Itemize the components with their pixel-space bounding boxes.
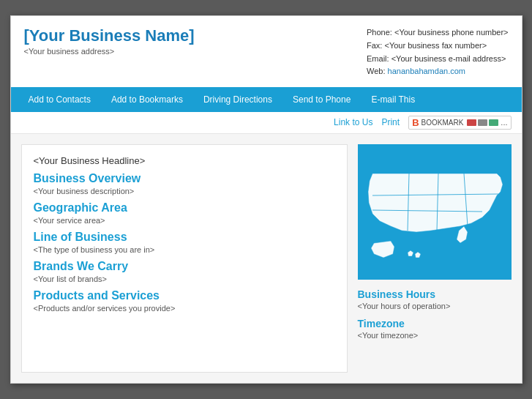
bookmark-widget[interactable]: B BOOKMARK ... <box>408 116 511 130</box>
right-section-hours: Business Hours <Your hours of operation> <box>358 288 512 318</box>
bm-icon-3 <box>489 119 498 126</box>
section-text-products: <Products and/or services you provide> <box>34 304 335 313</box>
header: [Your Business Name] <Your business addr… <box>11 16 522 86</box>
nav-send-to-phone[interactable]: Send to Phone <box>282 87 361 112</box>
email-info: Email: <Your business e-mail address> <box>367 53 508 66</box>
map-svg <box>358 144 512 280</box>
bookmark-label: BOOKMARK <box>422 119 464 127</box>
section-heading-products: Products and Services <box>34 289 335 302</box>
section-heading-geo: Geographic Area <box>34 201 335 215</box>
business-headline: <Your Business Headline> <box>34 155 335 166</box>
timezone-heading: Timezone <box>358 318 512 329</box>
header-right: Phone: <Your business phone number> Fax:… <box>367 26 508 78</box>
navbar: Add to Contacts Add to Bookmarks Driving… <box>11 87 522 112</box>
web-label: Web: <box>367 67 388 75</box>
nav-email-this[interactable]: E-mail This <box>361 87 425 112</box>
business-name: [Your Business Name] <box>24 26 195 45</box>
section-heading-lob: Line of Business <box>34 231 335 244</box>
section-text-geo: <Your service area> <box>34 216 335 225</box>
web-info: Web: hananbahamdan.com <box>367 65 508 78</box>
nav-add-contacts[interactable]: Add to Contacts <box>18 87 101 112</box>
business-address: <Your business address> <box>24 47 195 56</box>
business-hours-heading: Business Hours <box>358 288 512 300</box>
bookmark-b-icon: B <box>412 117 419 128</box>
header-left: [Your Business Name] <Your business addr… <box>24 26 195 56</box>
section-heading-overview: Business Overview <box>34 172 335 185</box>
us-map <box>358 144 512 280</box>
business-hours-text: <Your hours of operation> <box>358 302 512 310</box>
section-text-lob: <The type of business you are in> <box>34 245 335 254</box>
left-column: <Your Business Headline> Business Overvi… <box>21 144 348 373</box>
phone-info: Phone: <Your business phone number> <box>367 26 508 40</box>
web-link[interactable]: hananbahamdan.com <box>388 67 465 75</box>
bm-icon-1 <box>467 119 476 126</box>
bookmark-icons-group <box>467 119 498 126</box>
nav-add-bookmarks[interactable]: Add to Bookmarks <box>101 87 193 112</box>
right-section-timezone: Timezone <Your timezone> <box>358 318 512 347</box>
print-button[interactable]: Print <box>381 117 400 127</box>
fax-info: Fax: <Your business fax number> <box>367 40 508 53</box>
main-content: <Your Business Headline> Business Overvi… <box>11 134 522 383</box>
section-text-brands: <Your list of brands> <box>34 275 335 283</box>
timezone-text: <Your timezone> <box>358 331 512 340</box>
toolbar: Link to Us Print B BOOKMARK ... <box>11 112 522 134</box>
nav-driving-directions[interactable]: Driving Directions <box>193 87 282 112</box>
section-text-overview: <Your business description> <box>34 187 335 195</box>
link-to-us-button[interactable]: Link to Us <box>334 117 372 127</box>
bookmark-ellipsis: ... <box>501 118 507 127</box>
section-heading-brands: Brands We Carry <box>34 260 335 273</box>
page-wrapper: [Your Business Name] <Your business addr… <box>10 15 522 383</box>
right-column: Business Hours <Your hours of operation>… <box>358 144 512 373</box>
bm-icon-2 <box>478 119 487 126</box>
